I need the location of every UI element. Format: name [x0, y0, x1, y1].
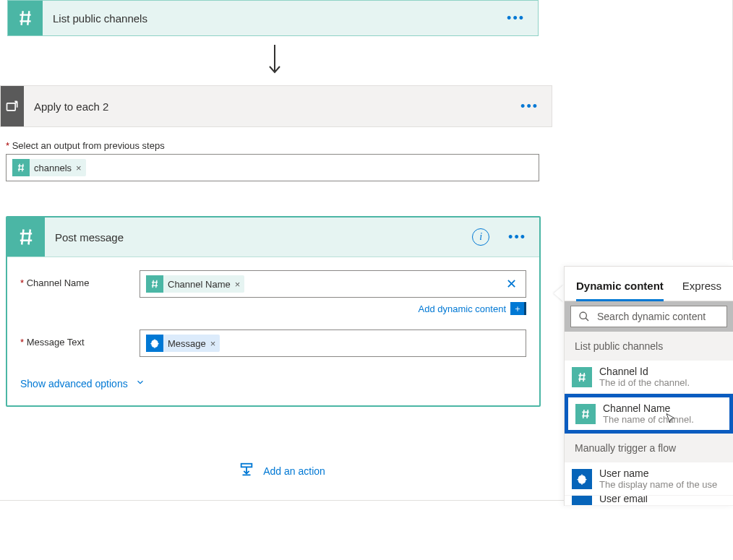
dc-item-name: User email [599, 496, 648, 504]
cursor-icon [664, 413, 677, 426]
arrow-down-icon [0, 36, 564, 85]
pill-remove-icon[interactable]: × [235, 279, 241, 290]
dc-item-desc: The display name of the use [599, 479, 717, 490]
add-action-label: Add an action [263, 465, 325, 477]
select-output-label: Select an output from previous steps [6, 140, 564, 151]
slack-hash-icon [7, 217, 45, 257]
insert-action-icon [239, 462, 254, 480]
dc-item-name: Channel Name [603, 402, 694, 414]
dc-item-user-name[interactable]: User name The display name of the use [565, 462, 733, 496]
dc-item-name: User name [599, 468, 717, 479]
info-icon[interactable]: i [472, 228, 489, 246]
slack-hash-icon [8, 1, 43, 35]
show-advanced-options-link[interactable]: Show advanced options [20, 377, 145, 389]
dc-item-user-email[interactable]: User email [565, 496, 733, 506]
step-title: Post message [45, 231, 472, 244]
token-pill-channel-name[interactable]: Channel Name × [146, 275, 244, 293]
select-output-input[interactable]: channels × [6, 154, 539, 181]
trigger-icon [572, 496, 592, 506]
more-menu-icon[interactable]: ••• [495, 230, 539, 245]
more-menu-icon[interactable]: ••• [507, 99, 552, 114]
pill-label: Channel Name [168, 279, 231, 290]
dc-item-desc: The name of channel. [603, 414, 694, 425]
step-apply-to-each[interactable]: Apply to each 2 ••• [0, 85, 552, 127]
post-message-header[interactable]: Post message i ••• [7, 217, 539, 257]
pill-remove-icon[interactable]: × [210, 338, 216, 349]
search-input[interactable]: Search dynamic content [570, 306, 727, 327]
token-pill-message[interactable]: Message × [146, 335, 220, 352]
svg-point-8 [580, 312, 586, 319]
dc-item-name: Channel Id [599, 366, 690, 377]
chevron-down-icon [135, 377, 145, 389]
panel-pointer-icon [554, 285, 564, 302]
loop-icon [1, 86, 24, 126]
token-pill-channels[interactable]: channels × [12, 159, 86, 176]
dc-item-desc: The id of the channel. [599, 377, 690, 388]
search-placeholder: Search dynamic content [597, 311, 706, 322]
pill-label: Message [168, 338, 206, 349]
tab-dynamic-content[interactable]: Dynamic content [576, 280, 664, 301]
step-title: List public channels [43, 12, 494, 25]
step-post-message: Post message i ••• Channel Name Channel … [6, 216, 541, 407]
step-list-public-channels[interactable]: List public channels ••• [7, 0, 539, 36]
trigger-icon [572, 469, 592, 489]
svg-line-9 [586, 318, 588, 321]
dc-section-header: Manually trigger a flow [565, 434, 733, 462]
dc-section-header: List public channels [565, 332, 733, 361]
step-title: Apply to each 2 [24, 100, 507, 113]
message-text-input[interactable]: Message × [140, 329, 526, 357]
hash-icon [572, 367, 592, 387]
dc-item-channel-name[interactable]: Channel Name The name of channel. [565, 394, 733, 434]
search-icon [578, 311, 590, 322]
add-dynamic-content-button[interactable]: ＋ [510, 302, 526, 315]
pill-label: channels [34, 163, 72, 173]
clear-input-icon[interactable]: ✕ [503, 276, 520, 292]
add-action-button-inner[interactable]: Add an action [239, 462, 325, 480]
svg-rect-2 [241, 464, 252, 468]
hash-icon [12, 159, 30, 176]
pill-remove-icon[interactable]: × [76, 163, 82, 173]
dc-item-channel-id[interactable]: Channel Id The id of the channel. [565, 361, 733, 394]
tab-expression[interactable]: Express [682, 280, 721, 301]
dynamic-content-panel: Dynamic content Express Search dynamic c… [564, 266, 733, 506]
more-menu-icon[interactable]: ••• [494, 11, 538, 26]
channel-name-input[interactable]: Channel Name × ✕ [140, 270, 526, 298]
svg-rect-1 [7, 103, 16, 111]
hash-icon [575, 404, 596, 424]
trigger-icon [146, 335, 163, 352]
message-text-label: Message Text [20, 329, 140, 348]
channel-name-label: Channel Name [20, 270, 140, 288]
hash-icon [146, 275, 163, 293]
add-dynamic-content-link[interactable]: Add dynamic content [419, 303, 506, 314]
